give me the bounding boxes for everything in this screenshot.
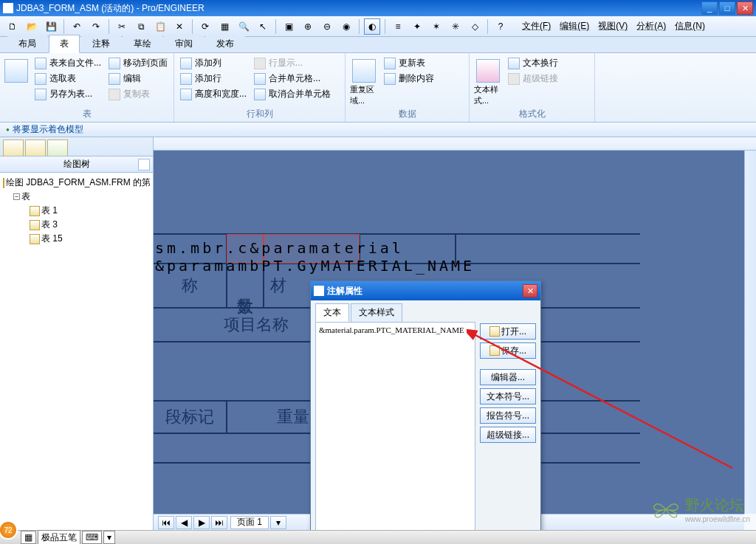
repaint-icon[interactable]: ◉ [338, 18, 354, 35]
table-from-file-button[interactable]: 表来自文件... [33, 56, 103, 70]
text-style-button[interactable]: 文本样式... [474, 56, 502, 106]
tree-tab-3[interactable] [47, 140, 68, 156]
last-page-button[interactable]: ⏭ [211, 516, 227, 529]
insert-table-button[interactable] [4, 56, 29, 104]
height-width-button[interactable]: 高度和宽度... [179, 87, 248, 101]
table-icon [30, 220, 40, 230]
edit-table-button[interactable]: 编辑 [107, 72, 169, 86]
menu-analyze[interactable]: 分析(A) [633, 18, 669, 34]
page-menu-button[interactable]: ▾ [270, 516, 286, 529]
file-icon [35, 58, 47, 69]
dialog-save-button[interactable]: 保存... [480, 342, 536, 359]
delete-icon[interactable]: ✕ [171, 18, 188, 35]
copy-icon[interactable]: ⧉ [133, 18, 149, 35]
wrap-icon [508, 58, 520, 69]
ime-icon[interactable]: ▦ [21, 531, 36, 544]
tab-review[interactable]: 审阅 [164, 35, 204, 52]
group-label-rowcol: 行和列 [179, 106, 340, 122]
save-icon[interactable]: 💾 [43, 18, 59, 35]
undo-icon[interactable]: ↶ [69, 18, 85, 35]
new-icon[interactable]: 🗋 [4, 18, 21, 35]
tab-table[interactable]: 表 [49, 35, 80, 53]
collapse-icon[interactable]: − [13, 193, 20, 200]
dialog-tab-style[interactable]: 文本样式 [351, 303, 402, 322]
ime-bar[interactable]: ▦ 极品五笔 ⌨ ▾ [21, 530, 115, 545]
plane-icon[interactable]: ◇ [467, 18, 483, 35]
note-text-area[interactable]: &material.param.PTC_MATERIAL_NAME [315, 322, 475, 531]
copy-table-button: 复制表 [107, 87, 169, 101]
prev-page-button[interactable]: ◀ [176, 516, 192, 529]
ribbon: 表来自文件... 选取表 另存为表... 移动到页面 编辑 复制表 行和列 表 … [0, 53, 756, 123]
text-wrap-button[interactable]: 文本换行 [506, 56, 560, 70]
close-button[interactable]: ✕ [737, 1, 753, 15]
maximize-button[interactable]: □ [719, 1, 735, 15]
dialog-close-button[interactable]: ✕ [523, 284, 537, 297]
ime-name[interactable]: 极品五笔 [38, 530, 80, 545]
addcol-icon [180, 58, 192, 69]
model-icon[interactable]: ▦ [216, 18, 233, 35]
axis-icon[interactable]: ✦ [409, 18, 425, 35]
menu-edit[interactable]: 编辑(E) [557, 18, 592, 34]
ime-keyboard-icon[interactable]: ⌨ [82, 531, 102, 544]
unmerge-cells-button[interactable]: 取消合并单元格 [252, 87, 332, 101]
dialog-hyperlink-button[interactable]: 超级链接... [480, 427, 536, 443]
param-text[interactable]: sm.mbr.c&paramaterial &paramambPT.GyMATE… [155, 239, 642, 275]
tab-layout[interactable]: 布局 [7, 35, 47, 52]
merge-cells-button[interactable]: 合并单元格... [252, 72, 332, 86]
next-page-button[interactable]: ▶ [193, 516, 210, 529]
tree-settings-icon[interactable] [138, 159, 150, 171]
delete-content-button[interactable]: 删除内容 [382, 72, 436, 86]
notification-badge[interactable]: 72 [0, 520, 18, 540]
tree-tables-node[interactable]: −表 [0, 190, 153, 204]
zoom-out-icon[interactable]: ⊖ [319, 18, 335, 35]
dialog-report-button[interactable]: 报告符号... [480, 407, 536, 424]
tree-root[interactable]: 绘图 JDBA3_FORM_ASM.FRM 的第 [0, 176, 153, 190]
add-column-button[interactable]: 添加列 [179, 56, 248, 70]
save-as-table-button[interactable]: 另存为表... [33, 87, 103, 101]
tree-item[interactable]: 表 1 [0, 204, 153, 218]
unmerge-icon [254, 89, 266, 100]
tree-tab-2[interactable] [25, 140, 46, 156]
page-label[interactable]: 页面 1 [230, 516, 269, 529]
select-icon [35, 73, 47, 85]
ribbon-tabs: 布局 表 注释 草绘 审阅 发布 [0, 37, 756, 53]
move-to-page-button[interactable]: 移动到页面 [107, 56, 169, 70]
tab-publish[interactable]: 发布 [205, 35, 245, 52]
paste-icon[interactable]: 📋 [152, 18, 168, 35]
layer-icon[interactable]: ≡ [390, 18, 406, 35]
tree-item[interactable]: 表 3 [0, 218, 153, 232]
regen-icon[interactable]: ⟳ [197, 18, 213, 35]
window-title: JDBA3_FORM_ASM (活动的) - Pro/ENGINEER [16, 2, 701, 15]
point-icon[interactable]: ✶ [428, 18, 444, 35]
help-icon[interactable]: ? [492, 18, 509, 35]
minimize-button[interactable]: _ [701, 1, 718, 15]
menu-info[interactable]: 信息(N) [672, 18, 708, 34]
zoom-in-icon[interactable]: ⊕ [300, 18, 316, 35]
find-icon[interactable]: 🔍 [236, 18, 252, 35]
tree-tab-1[interactable] [3, 140, 24, 156]
select-icon[interactable]: ↖ [255, 18, 271, 35]
menu-file[interactable]: 文件(F) [519, 18, 554, 34]
cut-icon[interactable]: ✂ [114, 18, 130, 35]
refit-icon[interactable]: ▣ [281, 18, 297, 35]
ime-options-icon[interactable]: ▾ [103, 531, 115, 544]
dialog-symbols-button[interactable]: 文本符号... [480, 388, 536, 404]
first-page-button[interactable]: ⏮ [158, 516, 174, 529]
add-row-button[interactable]: 添加行 [179, 72, 248, 86]
repeat-region-button[interactable]: 重复区域... [350, 56, 378, 106]
csys-icon[interactable]: ✳ [447, 18, 464, 35]
update-table-button[interactable]: 更新表 [382, 56, 436, 70]
select-table-button[interactable]: 选取表 [33, 72, 103, 86]
vertical-scrollbar[interactable] [744, 151, 756, 514]
dialog-open-button[interactable]: 打开... [480, 323, 536, 340]
shade-icon[interactable]: ◐ [364, 18, 380, 35]
open-icon[interactable]: 📂 [24, 18, 40, 35]
tab-sketch[interactable]: 草绘 [123, 35, 162, 52]
dialog-tab-text[interactable]: 文本 [315, 303, 349, 322]
tab-annotate[interactable]: 注释 [81, 35, 121, 52]
tree-item[interactable]: 表 15 [0, 232, 153, 246]
redo-icon[interactable]: ↷ [88, 18, 104, 35]
menu-view[interactable]: 视图(V) [595, 18, 630, 34]
dialog-editor-button[interactable]: 编辑器... [480, 369, 536, 385]
drawing-tree[interactable]: 绘图 JDBA3_FORM_ASM.FRM 的第 −表 表 1 表 3 表 15 [0, 173, 153, 530]
